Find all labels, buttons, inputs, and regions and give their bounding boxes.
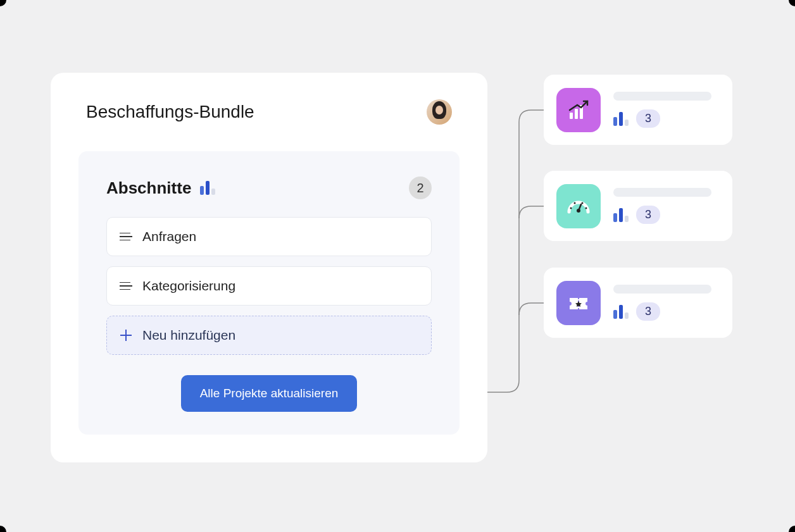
section-item[interactable]: Kategorisierung (106, 266, 432, 306)
svg-point-6 (574, 202, 576, 204)
section-item-label: Anfragen (142, 229, 196, 244)
sections-heading: Abschnitte (106, 178, 191, 198)
svg-rect-1 (575, 109, 578, 119)
bars-icon (613, 112, 629, 126)
plus-icon (120, 329, 132, 342)
bars-icon (613, 305, 629, 319)
bundle-card: Beschaffungs-Bundle Abschnitte 2 Anfrage… (51, 73, 487, 462)
chart-growth-icon (556, 88, 601, 132)
add-section-button[interactable]: Neu hinzufügen (106, 316, 432, 355)
sections-panel: Abschnitte 2 Anfragen Kategorisierung Ne… (78, 151, 460, 435)
update-all-projects-button[interactable]: Alle Projekte aktualisieren (181, 375, 358, 412)
bars-icon (613, 208, 629, 222)
section-item-label: Kategorisierung (142, 278, 235, 294)
bundle-title: Beschaffungs-Bundle (86, 102, 254, 122)
list-icon (120, 282, 132, 290)
project-chip[interactable]: 3 (544, 171, 732, 241)
project-title-placeholder (613, 285, 711, 294)
project-section-count: 3 (636, 302, 660, 321)
svg-point-7 (582, 202, 584, 204)
svg-rect-0 (570, 113, 573, 119)
avatar[interactable] (427, 99, 452, 125)
bundle-header: Beschaffungs-Bundle (78, 99, 460, 125)
bars-icon (200, 181, 215, 195)
add-section-label: Neu hinzufügen (142, 328, 235, 343)
project-chip[interactable]: 3 (544, 268, 732, 338)
ticket-icon (556, 281, 601, 325)
project-title-placeholder (613, 188, 711, 197)
gauge-icon (556, 184, 601, 228)
sections-header: Abschnitte 2 (106, 176, 432, 199)
project-title-placeholder (613, 92, 711, 101)
project-section-count: 3 (636, 109, 660, 128)
svg-point-5 (570, 207, 572, 209)
project-section-count: 3 (636, 206, 660, 224)
svg-point-8 (585, 207, 587, 209)
list-icon (120, 233, 132, 241)
section-item[interactable]: Anfragen (106, 217, 432, 256)
project-chip[interactable]: 3 (544, 75, 732, 145)
sections-count-badge: 2 (409, 176, 432, 199)
